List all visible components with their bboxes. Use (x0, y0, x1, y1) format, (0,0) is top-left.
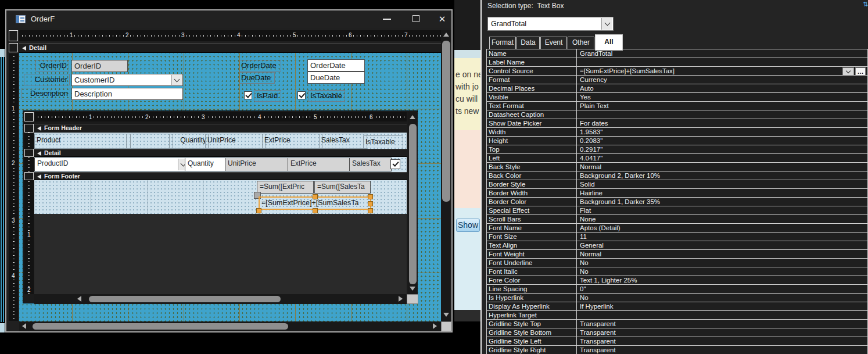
scroll-right-icon[interactable] (399, 296, 403, 302)
subform-header-selector[interactable] (24, 124, 34, 133)
property-value-cell[interactable]: GrandTotal (578, 49, 867, 58)
istaxable-checkbox[interactable] (297, 91, 306, 99)
resize-handle[interactable] (368, 201, 373, 206)
property-value-cell[interactable]: Plain Text (578, 102, 867, 110)
subform-header-label[interactable]: UnitPrice (205, 134, 266, 149)
builder-button[interactable]: … (855, 67, 866, 75)
scroll-up-icon[interactable] (410, 115, 415, 119)
orderid-label[interactable]: OrderID (35, 60, 69, 71)
subform-header-label[interactable]: Quantity (169, 134, 209, 149)
show-button[interactable]: Show (456, 219, 480, 232)
object-selector-combobox[interactable]: GrandTotal (487, 17, 614, 31)
sort-icon[interactable]: ⇅ (863, 1, 868, 9)
scrollbar-thumb[interactable] (33, 323, 288, 330)
property-value-cell[interactable]: No (578, 267, 867, 276)
subform-header-label[interactable]: SalesTax (319, 134, 367, 149)
main-vertical-scrollbar[interactable] (441, 30, 451, 321)
subform-detail-salestax-textbox[interactable]: SalesTax (349, 158, 392, 171)
ispaid-checkbox[interactable] (244, 91, 252, 99)
property-value-cell[interactable]: Transparent (578, 328, 867, 337)
form-footer-section-bar[interactable]: Form Footer (34, 172, 407, 180)
property-value-cell[interactable]: 0.2917" (578, 145, 867, 153)
main-horizontal-scrollbar[interactable] (19, 321, 441, 331)
property-value-cell[interactable]: Solid (578, 180, 867, 188)
property-value-cell[interactable]: Currency (578, 76, 867, 84)
resize-handle[interactable] (368, 194, 373, 199)
property-value-cell[interactable]: Hairline (578, 189, 867, 197)
tab-other[interactable]: Other (568, 37, 594, 50)
scrollbar-thumb[interactable] (409, 124, 417, 284)
form-header-section-bar[interactable]: Form Header (34, 124, 407, 133)
property-value-cell[interactable]: Background 2, Darker 10% (578, 171, 867, 180)
dropdown-button[interactable] (842, 67, 854, 75)
property-value-cell[interactable]: Transparent (578, 346, 867, 354)
form-design-canvas[interactable]: OrderID OrderID Customer CustomerID Desc… (19, 53, 441, 321)
scroll-left-icon[interactable] (22, 323, 26, 329)
orderid-textbox[interactable]: OrderID (71, 60, 128, 72)
tab-all[interactable]: All (595, 34, 623, 51)
subform-istaxable-checkbox[interactable] (390, 159, 400, 169)
sum-extprice-textbox[interactable]: =Sum([ExtPric (257, 181, 314, 194)
detail-section-bar[interactable]: Detail (19, 43, 441, 53)
subform-detail-extprice-textbox[interactable]: ExtPrice (288, 158, 354, 171)
property-value-cell[interactable]: 0" (578, 285, 867, 293)
detail-section-selector[interactable] (9, 43, 18, 52)
dropdown-button[interactable] (171, 75, 182, 85)
customer-label[interactable]: Customer (24, 74, 70, 85)
maximize-button[interactable] (407, 12, 425, 26)
scroll-right-icon[interactable] (433, 323, 437, 329)
subform-horizontal-scrollbar[interactable] (34, 294, 407, 304)
property-value-cell[interactable]: Flat (578, 206, 867, 214)
subform-detail-productid-combobox[interactable]: ProductID (34, 158, 189, 171)
description-label[interactable]: Description (21, 88, 70, 99)
scrollbar-thumb[interactable] (89, 296, 281, 302)
property-value-cell[interactable]: None (578, 215, 867, 223)
subform-detail-selector[interactable] (24, 149, 34, 157)
resize-handle[interactable] (313, 208, 318, 213)
minimize-button[interactable] (378, 12, 396, 26)
tab-data[interactable]: Data (517, 37, 540, 50)
subform-header-label[interactable]: ExtPrice (262, 134, 322, 149)
property-value-cell[interactable]: 1.9583" (578, 128, 867, 136)
resize-handle[interactable] (313, 194, 318, 199)
scroll-left-icon[interactable] (77, 296, 81, 302)
property-value-cell[interactable]: Yes (578, 93, 867, 101)
property-value-cell[interactable] (578, 58, 867, 66)
property-value-cell[interactable] (578, 311, 867, 319)
duedate-textbox[interactable]: DueDate (307, 71, 365, 84)
property-value-cell[interactable]: 11 (578, 233, 867, 241)
property-value-cell[interactable]: General (578, 241, 867, 249)
property-value-cell[interactable]: For dates (578, 119, 867, 127)
tab-format[interactable]: Format (489, 37, 516, 50)
property-value-cell[interactable]: =[SumExtPrice]+[SumSalesTax]… (578, 67, 867, 75)
property-value-cell[interactable]: Aptos (Detail) (578, 224, 867, 232)
tab-event[interactable]: Event (540, 37, 567, 50)
property-value-cell[interactable]: 4.0417" (578, 154, 867, 162)
sum-salestax-textbox[interactable]: =Sum([SalesTa (314, 181, 371, 194)
property-value-cell[interactable] (578, 110, 867, 119)
property-value-cell[interactable]: Transparent (578, 320, 867, 328)
property-value-cell[interactable]: Transparent (578, 337, 867, 345)
property-value-cell[interactable]: Text 1, Lighter 25% (578, 276, 867, 284)
resize-handle[interactable] (256, 208, 261, 213)
scrollbar-thumb[interactable] (442, 41, 450, 202)
scroll-down-icon[interactable] (443, 313, 449, 317)
order-lines-subform[interactable]: 123456 12 Form Header ProductQuantityUni… (23, 110, 418, 303)
property-value-cell[interactable]: Normal (578, 250, 867, 258)
customer-combobox[interactable]: CustomerID (71, 74, 183, 86)
subform-footer-area[interactable]: =Sum([ExtPric =Sum([SalesTa =[SumExtPric… (34, 180, 407, 214)
orderdate-label[interactable]: OrderDate (239, 60, 281, 71)
duedate-label[interactable]: DueDate (239, 72, 275, 84)
property-value-cell[interactable]: If Hyperlink (578, 302, 867, 310)
property-value-cell[interactable]: Auto (578, 84, 867, 92)
subform-vertical-scrollbar[interactable] (408, 112, 418, 294)
description-textbox[interactable]: Description (71, 88, 183, 100)
scroll-down-icon[interactable] (410, 287, 415, 291)
subform-detail-quantity-textbox[interactable]: Quantity (185, 158, 229, 171)
property-value-cell[interactable]: No (578, 259, 867, 267)
dropdown-button[interactable] (601, 18, 612, 30)
subform-footer-selector[interactable] (24, 172, 34, 180)
subform-selector-box[interactable] (24, 112, 34, 121)
form-selector-box[interactable] (9, 30, 18, 41)
istaxable-label[interactable]: IsTaxable (308, 90, 345, 102)
